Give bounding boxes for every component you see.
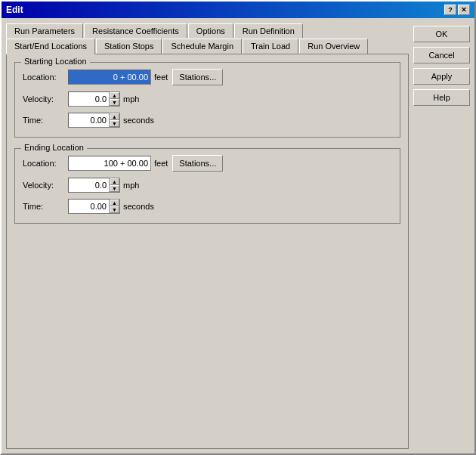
tab-options[interactable]: Options [188,23,233,38]
window-content: Run Parameters Resistance Coefficients O… [2,18,474,453]
ending-stations-button[interactable]: Stations... [172,155,223,172]
ending-velocity-down[interactable]: ▼ [110,185,119,192]
ending-time-down[interactable]: ▼ [110,206,119,213]
starting-velocity-label: Velocity: [23,94,68,104]
starting-velocity-spinner: ▲ ▼ [68,91,120,107]
starting-location-input[interactable] [68,70,151,85]
action-buttons-panel: OK Cancel Apply Help [413,23,470,449]
starting-time-up[interactable]: ▲ [110,113,119,120]
ending-location-input[interactable] [68,156,151,171]
tab-row: Run Parameters Resistance Coefficients O… [6,23,409,54]
tab-strip-1: Run Parameters Resistance Coefficients O… [6,23,409,37]
starting-velocity-input[interactable] [68,91,110,107]
tab-station-stops[interactable]: Station Stops [96,39,162,54]
starting-time-spinner-buttons: ▲ ▼ [110,113,120,128]
tab-run-overview[interactable]: Run Overview [299,39,368,54]
starting-velocity-spinner-buttons: ▲ ▼ [110,91,120,107]
starting-location-label: Location: [23,73,68,82]
tab-schedule-margin[interactable]: Schedule Margin [162,39,242,54]
tab-resistance-coefficients[interactable]: Resistance Coefficients [84,23,187,38]
ok-button[interactable]: OK [413,26,470,42]
main-area: Run Parameters Resistance Coefficients O… [6,23,409,449]
window-title: Edit [6,5,23,15]
starting-time-spinner: ▲ ▼ [68,113,120,128]
help-button[interactable]: Help [413,89,470,106]
ending-location-legend: Ending Location [21,143,87,152]
ending-velocity-label: Velocity: [23,181,68,190]
ending-velocity-spinner-buttons: ▲ ▼ [110,178,120,193]
starting-velocity-down[interactable]: ▼ [110,99,119,106]
ending-time-up[interactable]: ▲ [110,200,119,206]
ending-time-spinner: ▲ ▼ [68,199,120,214]
ending-velocity-row: Velocity: ▲ ▼ mph [23,178,392,193]
ending-time-label: Time: [23,202,68,211]
ending-velocity-up[interactable]: ▲ [110,178,119,185]
ending-location-group: Ending Location Location: feet Stations.… [14,148,400,224]
ending-time-spinner-buttons: ▲ ▼ [110,199,120,214]
edit-window: Edit ? ✕ Run Parameters Resistance Coeff… [0,0,476,455]
ending-velocity-spinner: ▲ ▼ [68,178,120,193]
starting-velocity-unit: mph [123,94,139,104]
ending-location-unit: feet [154,159,168,168]
cancel-button[interactable]: Cancel [413,47,470,63]
title-bar: Edit ? ✕ [2,2,474,18]
starting-location-row: Location: feet Stations... [23,69,392,85]
tab-run-parameters[interactable]: Run Parameters [6,23,83,38]
close-title-btn[interactable]: ✕ [458,5,470,15]
title-bar-buttons: ? ✕ [444,5,470,15]
starting-time-unit: seconds [123,116,154,125]
ending-time-row: Time: ▲ ▼ seconds [23,199,392,214]
starting-velocity-up[interactable]: ▲ [110,92,119,99]
ending-location-label: Location: [23,159,68,168]
tab-panel-content: Starting Location Location: feet Station… [6,54,409,449]
starting-time-label: Time: [23,116,68,125]
ending-time-input[interactable] [68,199,110,214]
starting-location-legend: Starting Location [21,57,90,66]
starting-location-unit: feet [154,73,168,82]
starting-time-input[interactable] [68,113,110,128]
ending-location-row: Location: feet Stations... [23,155,392,172]
tab-run-definition[interactable]: Run Definition [234,23,303,38]
ending-time-unit: seconds [123,202,154,211]
ending-velocity-unit: mph [123,181,139,190]
starting-time-row: Time: ▲ ▼ seconds [23,113,392,128]
help-title-btn[interactable]: ? [444,5,456,15]
apply-button[interactable]: Apply [413,68,470,85]
tab-strip-2: Start/End Locations Station Stops Schedu… [6,38,409,54]
starting-time-down[interactable]: ▼ [110,120,119,127]
ending-velocity-input[interactable] [68,178,110,193]
starting-stations-button[interactable]: Stations... [172,69,223,85]
tab-train-load[interactable]: Train Load [243,39,298,54]
tab-start-end-locations[interactable]: Start/End Locations [6,39,95,54]
starting-velocity-row: Velocity: ▲ ▼ mph [23,91,392,107]
starting-location-group: Starting Location Location: feet Station… [14,62,400,138]
